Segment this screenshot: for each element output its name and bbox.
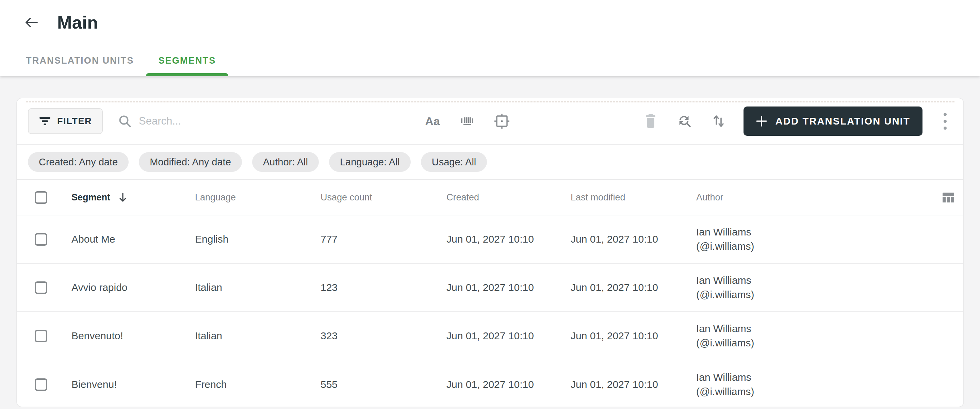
filter-icon	[39, 116, 51, 126]
selection-search-toggle[interactable]	[493, 113, 511, 130]
selection-frame-icon	[494, 113, 510, 129]
author-handle: (@i.williams)	[696, 385, 934, 399]
table-row[interactable]: Avvio rapido Italian 123 Jun 01, 2027 10…	[17, 264, 963, 312]
match-case-toggle[interactable]: Aa	[424, 113, 441, 130]
segments-card: FILTER Aa	[16, 98, 964, 407]
find-replace-button[interactable]	[676, 113, 693, 130]
title-row: Main	[0, 0, 980, 34]
cell-author: Ian Williams (@i.williams)	[696, 273, 934, 302]
cell-author: Ian Williams (@i.williams)	[696, 321, 934, 350]
column-header-last-modified[interactable]: Last modified	[571, 192, 696, 203]
table-row[interactable]: Benvenuto! Italian 323 Jun 01, 2027 10:1…	[17, 312, 963, 360]
author-handle: (@i.williams)	[696, 336, 934, 350]
cell-segment: Benvenuto!	[72, 330, 195, 342]
whole-word-toggle[interactable]	[459, 113, 476, 130]
column-header-created[interactable]: Created	[447, 192, 571, 203]
search-icon	[118, 114, 132, 128]
cell-last-modified: Jun 01, 2027 10:10	[571, 234, 696, 245]
add-translation-unit-button[interactable]: ADD TRANSLATION UNIT	[743, 107, 923, 136]
tab-segments[interactable]: SEGMENTS	[146, 45, 228, 76]
plus-icon	[756, 115, 767, 127]
row-checkbox[interactable]	[35, 379, 47, 391]
more-options-button[interactable]	[937, 111, 953, 131]
tab-label: TRANSLATION UNITS	[26, 56, 134, 66]
cell-language: English	[195, 234, 321, 245]
table-row[interactable]: Bienvenu! French 555 Jun 01, 2027 10:10 …	[17, 360, 963, 407]
chip-author[interactable]: Author: All	[252, 152, 319, 172]
chip-modified[interactable]: Modified: Any date	[139, 152, 242, 172]
search-box	[118, 114, 393, 128]
cell-last-modified: Jun 01, 2027 10:10	[571, 282, 696, 293]
column-header-segment[interactable]: Segment	[72, 192, 195, 203]
tab-label: SEGMENTS	[158, 56, 216, 66]
table-row[interactable]: About Me English 777 Jun 01, 2027 10:10 …	[17, 215, 963, 264]
author-handle: (@i.williams)	[696, 239, 934, 253]
chip-created[interactable]: Created: Any date	[28, 152, 129, 172]
toolbar: FILTER Aa	[17, 98, 963, 145]
filter-button[interactable]: FILTER	[28, 108, 103, 134]
cell-usage-count: 555	[321, 379, 447, 390]
cell-created: Jun 01, 2027 10:10	[447, 330, 571, 342]
cell-segment: About Me	[72, 234, 195, 245]
cell-last-modified: Jun 01, 2027 10:10	[571, 330, 696, 342]
toolbar-action-icons	[642, 113, 727, 130]
search-option-icons: Aa	[424, 113, 511, 130]
add-button-label: ADD TRANSLATION UNIT	[775, 116, 910, 127]
cell-language: Italian	[195, 282, 321, 293]
match-case-icon: Aa	[425, 115, 440, 128]
cell-last-modified: Jun 01, 2027 10:10	[571, 379, 696, 390]
whole-word-icon	[460, 114, 475, 128]
author-name: Ian Williams	[696, 321, 934, 336]
page-title: Main	[57, 12, 98, 33]
tab-bar: TRANSLATION UNITS SEGMENTS	[0, 45, 980, 76]
app-header: Main TRANSLATION UNITS SEGMENTS	[0, 0, 980, 76]
filter-chips-row: Created: Any date Modified: Any date Aut…	[17, 145, 963, 180]
trash-icon	[644, 114, 657, 129]
column-header-language[interactable]: Language	[195, 192, 321, 203]
cell-author: Ian Williams (@i.williams)	[696, 370, 934, 399]
column-settings-button[interactable]	[934, 191, 955, 204]
author-handle: (@i.williams)	[696, 288, 934, 302]
active-tab-indicator	[146, 73, 228, 76]
select-all-checkbox[interactable]	[35, 191, 47, 204]
cell-usage-count: 123	[321, 282, 447, 293]
row-checkbox[interactable]	[35, 282, 47, 294]
sort-desc-icon	[118, 192, 128, 203]
cell-language: French	[195, 379, 321, 390]
author-name: Ian Williams	[696, 225, 934, 239]
cell-usage-count: 777	[321, 234, 447, 245]
author-name: Ian Williams	[696, 370, 934, 385]
table-columns-icon	[942, 191, 955, 204]
search-input[interactable]	[139, 115, 377, 127]
chip-usage[interactable]: Usage: All	[421, 152, 487, 172]
back-arrow-icon	[24, 16, 38, 29]
kebab-icon	[943, 113, 947, 116]
cell-segment: Bienvenu!	[72, 379, 195, 390]
filter-button-label: FILTER	[57, 116, 92, 127]
cell-author: Ian Williams (@i.williams)	[696, 225, 934, 253]
cell-segment: Avvio rapido	[72, 282, 195, 293]
sort-arrows-icon	[711, 113, 726, 129]
column-header-author[interactable]: Author	[696, 192, 934, 203]
row-checkbox[interactable]	[35, 233, 47, 246]
cell-usage-count: 323	[321, 330, 447, 342]
cell-created: Jun 01, 2027 10:10	[447, 282, 571, 293]
cell-created: Jun 01, 2027 10:10	[447, 234, 571, 245]
cell-created: Jun 01, 2027 10:10	[447, 379, 571, 390]
delete-button[interactable]	[642, 113, 659, 130]
column-header-usage-count[interactable]: Usage count	[321, 192, 447, 203]
author-name: Ian Williams	[696, 273, 934, 288]
cell-language: Italian	[195, 330, 321, 342]
sort-button[interactable]	[710, 113, 727, 130]
column-label: Segment	[72, 192, 110, 203]
row-checkbox[interactable]	[35, 330, 47, 342]
chip-language[interactable]: Language: All	[329, 152, 411, 172]
back-button[interactable]	[22, 13, 41, 32]
tab-translation-units[interactable]: TRANSLATION UNITS	[14, 45, 146, 76]
card-dashed-border	[26, 102, 955, 102]
find-replace-icon	[677, 113, 692, 129]
table-header: Segment Language Usage count Created Las…	[17, 180, 963, 215]
